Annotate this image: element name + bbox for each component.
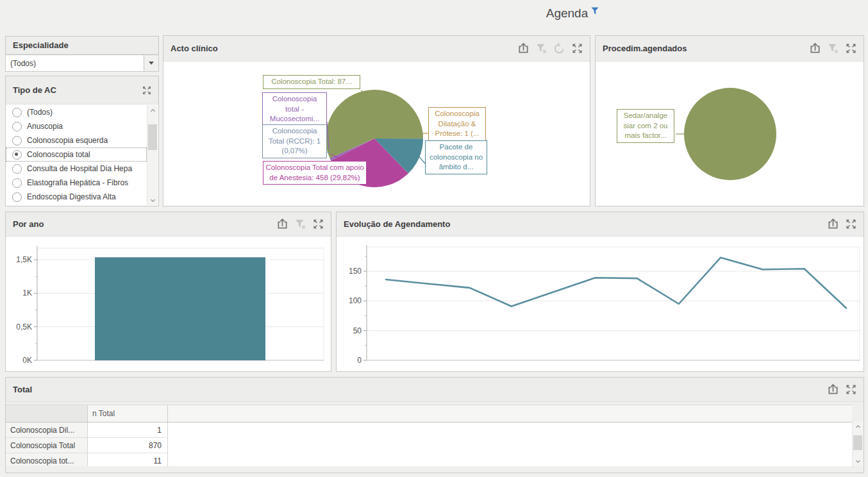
table-row[interactable]: Colonoscopia Total870 [6,438,852,453]
export-icon[interactable] [809,42,821,54]
panel-especialidade-title: Especialidade [13,40,152,50]
panel-evolucao-agendamento: Evolução de Agendamento 050100150 [336,212,864,372]
clear-filter-icon[interactable] [827,42,839,54]
radio-icon [12,122,22,131]
tipo-ac-scrollbar[interactable] [147,105,158,205]
export-icon[interactable] [517,42,530,54]
callout-rccr[interactable]: Colonoscopia Total (RCCR): 1 (0,07%) [262,124,327,158]
tipo-ac-option[interactable]: Endoscopia Digestiva Alta [6,190,147,204]
tipo-ac-option[interactable]: Elastografia Hepática - Fibros [6,176,147,190]
callout-dilatacao-protese[interactable]: Colonoscopia Dilatação & Prótese: 1 (... [428,107,486,141]
line-series[interactable] [386,258,846,308]
clear-filter-icon[interactable] [294,218,306,230]
undo-icon[interactable] [553,42,565,54]
especialidade-value: (Todos) [6,55,144,71]
scroll-up-button[interactable] [853,421,863,431]
total-data-grid: n TotalColonoscopia Dil...1Colonoscopia … [6,405,852,466]
radio-icon [12,164,22,174]
evolucao-chart-body: 050100150 [337,237,864,371]
tipo-ac-option[interactable]: (Todos) [6,105,147,119]
tipo-ac-list-body: (Todos)AnuscopiaColonoscopia esquerdaCol… [6,105,158,206]
scrollbar-track[interactable] [147,115,158,195]
tipo-ac-option[interactable]: Colonoscopia total [6,147,147,162]
radio-icon [12,178,22,188]
y-axis-label: 50 [353,326,362,335]
maximize-icon[interactable] [845,218,857,230]
panel-procedim-agendados-header: Procedim.agendados [596,36,864,62]
panel-por-ano: Por ano 0K0,5K1K1,5K [5,212,331,372]
export-icon[interactable] [827,218,839,230]
y-axis-label: 150 [349,267,362,276]
scroll-down-button[interactable] [147,195,158,205]
y-axis-label: 0 [357,356,362,365]
y-axis-label: 0,5K [16,322,32,331]
line-chart: 050100150 [337,237,864,371]
tipo-ac-option-label: Elastografia Hepática - Fibros [27,178,128,187]
panel-total: Total n TotalColonoscopia Dil...1Colonos… [5,377,864,473]
scrollbar-track[interactable] [853,431,863,456]
table-cell-n-total: 870 [88,438,168,453]
maximize-icon[interactable] [845,383,857,396]
export-icon[interactable] [276,218,288,230]
por-ano-chart-body: 0K0,5K1K1,5K [6,237,331,371]
tipo-ac-option[interactable]: Colonoscopia esquerda [6,133,147,147]
table-cell-n-total: 11 [88,453,168,466]
panel-acto-clinico: Acto clínico Colonoscopia Total: 87...Co… [163,35,590,206]
table-row-label: Colonoscopia Total [6,438,88,453]
table-row[interactable]: Colonoscopia Dil...1 [6,423,852,438]
bar-chart: 0K0,5K1K1,5K [6,237,331,371]
callout-pacote[interactable]: Pacote de colonoscopia no âmbito d... [425,140,487,174]
callout-sedar-analgesiar[interactable]: Sedar/analge siar com 2 ou mais factor..… [617,109,674,143]
panel-total-header: Total [6,378,864,402]
y-axis-label: 100 [349,296,362,305]
especialidade-dropdown-button[interactable] [144,55,158,71]
panel-acto-clinico-header: Acto clínico [163,36,590,62]
maximize-icon[interactable] [312,218,324,230]
scroll-down-button[interactable] [853,456,863,466]
radio-icon [12,192,22,202]
dashboard-title-bar: Agenda [524,5,621,22]
tipo-ac-option-label: Colonoscopia esquerda [27,136,108,145]
radio-icon [12,150,22,160]
tipo-ac-option-label: Colonoscopia total [27,150,90,159]
plot-frame [367,247,860,360]
clear-filter-icon[interactable] [535,42,547,54]
total-grid-scrollbar[interactable] [852,421,863,466]
y-axis-label: 0K [22,356,32,365]
panel-tipo-de-ac: Tipo de AC (Todos)AnuscopiaColonoscopia … [5,76,159,206]
callout-anestesia[interactable]: Colonoscopia Total com apoio de Anestesi… [263,161,367,185]
callout-colonoscopia-total[interactable]: Colonoscopia Total: 87... [263,75,360,89]
procedim-agendados-chart-body: Sedar/analge siar com 2 ou mais factor..… [596,62,864,206]
scrollbar-thumb[interactable] [148,124,157,150]
scroll-up-button[interactable] [147,105,158,115]
table-row[interactable]: Colonoscopia tot...11 [6,453,852,466]
especialidade-combobox[interactable]: (Todos) [6,54,158,71]
callout-mucosectomia[interactable]: Colonoscopia total - Mucosectomi... [262,92,327,126]
tipo-ac-list: (Todos)AnuscopiaColonoscopia esquerdaCol… [6,105,147,206]
page-title: Agenda [546,5,588,22]
tipo-ac-option-label: Endoscopia Digestiva Alta [27,192,116,201]
maximize-icon[interactable] [571,42,583,54]
acto-pie [163,62,590,206]
panel-por-ano-header: Por ano [6,212,331,237]
tipo-ac-option-label: (Todos) [27,108,53,117]
total-grid-body: n TotalColonoscopia Dil...1Colonoscopia … [6,402,864,473]
pie-slice[interactable] [684,88,776,180]
radio-icon [12,136,22,146]
radio-icon [12,108,22,117]
export-icon[interactable] [827,383,839,396]
maximize-icon[interactable] [142,85,152,96]
panel-total-title: Total [13,385,827,394]
maximize-icon[interactable] [845,42,857,54]
y-axis-label: 1,5K [16,255,32,264]
tipo-ac-option[interactable]: Anuscopia [6,119,147,133]
y-axis-label: 1K [22,289,32,297]
tipo-ac-option[interactable]: Consulta de Hospital Dia Hepa [6,162,147,176]
table-header-cell-n-total: n Total [88,405,168,422]
panel-por-ano-title: Por ano [13,219,276,229]
filter-funnel-blue-icon[interactable] [591,7,599,15]
panel-especialidade-header: Especialidade [6,37,158,54]
bar[interactable] [95,257,265,360]
scrollbar-thumb[interactable] [853,435,862,450]
panel-evolucao-header: Evolução de Agendamento [337,212,864,237]
